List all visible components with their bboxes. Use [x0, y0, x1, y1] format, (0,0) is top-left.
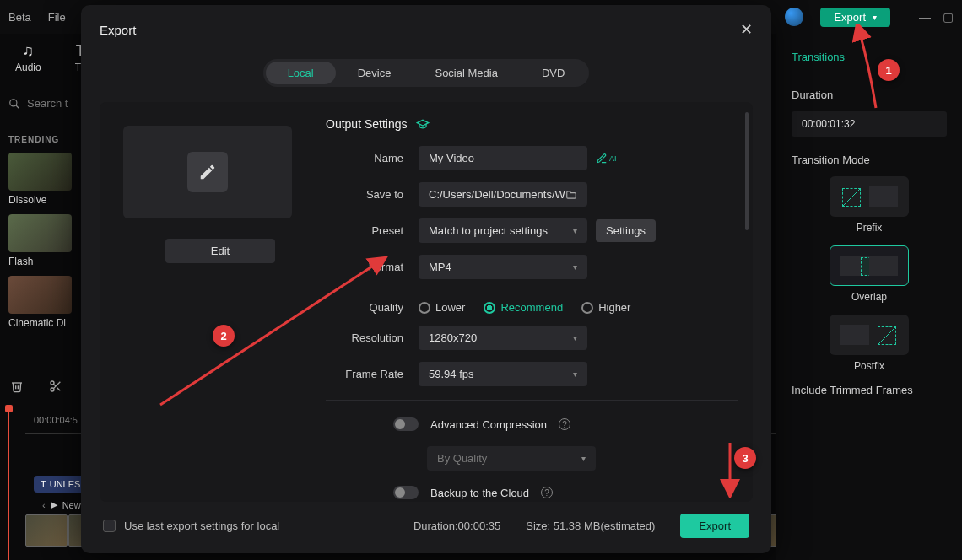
- thumbnail: [8, 153, 72, 191]
- svg-point-0: [10, 99, 17, 105]
- framerate-select[interactable]: 59.94 fps ▾: [419, 362, 587, 386]
- thumbnail: [8, 276, 72, 314]
- name-input[interactable]: [419, 146, 587, 170]
- quality-lower[interactable]: Lower: [419, 301, 465, 314]
- advanced-compression-label: Advanced Compression: [430, 418, 547, 431]
- preset-select[interactable]: Match to project settings ▾: [419, 218, 587, 243]
- scrollbar[interactable]: [745, 112, 749, 230]
- sidebar-item-flash[interactable]: Flash: [8, 214, 72, 267]
- mode-graphic-box: [869, 256, 898, 276]
- advanced-compression-toggle[interactable]: [393, 417, 419, 431]
- search-bar[interactable]: Search t: [0, 97, 80, 110]
- tab-social-media[interactable]: Social Media: [413, 62, 519, 84]
- graduation-cap-icon[interactable]: [416, 117, 430, 131]
- avatar[interactable]: [785, 8, 803, 26]
- format-select[interactable]: MP4 ▾: [419, 255, 587, 279]
- right-panel: Transitions Duration 00:00:01:32 Transit…: [776, 34, 962, 560]
- mode-overlap-label: Overlap: [792, 291, 947, 303]
- tab-device[interactable]: Device: [336, 62, 413, 84]
- modal-footer: Use last export settings for local Durat…: [100, 502, 753, 538]
- sidebar-heading: TRENDING: [8, 135, 72, 144]
- window-controls: — ▢: [919, 10, 954, 24]
- mode-prefix-label: Prefix: [792, 222, 947, 234]
- mode-prefix-graphic: [842, 188, 861, 207]
- svg-line-1: [16, 105, 19, 108]
- transitions-sidebar: TRENDING Dissolve Flash Cinematic Di: [0, 127, 80, 346]
- mode-postfix[interactable]: [830, 315, 909, 355]
- close-icon[interactable]: ✕: [740, 20, 753, 39]
- edit-button[interactable]: Edit: [165, 239, 275, 263]
- uselast-checkbox[interactable]: [103, 520, 116, 532]
- mode-graphic-box: [840, 325, 869, 345]
- edit-tools: [10, 380, 62, 393]
- menu-beta[interactable]: Beta: [8, 11, 31, 24]
- chevron-down-icon: ▾: [573, 262, 577, 272]
- saveto-label: Save to: [326, 188, 419, 201]
- tab-transitions[interactable]: Transitions: [792, 51, 845, 63]
- clip[interactable]: [25, 514, 68, 547]
- folder-icon[interactable]: [565, 189, 577, 201]
- annotation-badge-1: 1: [878, 59, 900, 81]
- search-placeholder: Search t: [27, 97, 68, 110]
- pencil-icon: [187, 152, 228, 192]
- tab-dvd[interactable]: DVD: [520, 62, 586, 84]
- text-icon: T: [41, 479, 46, 489]
- trash-icon[interactable]: [10, 380, 24, 393]
- export-dropdown-label: Export: [834, 11, 866, 24]
- scissors-icon[interactable]: [49, 380, 62, 393]
- quality-higher[interactable]: Higher: [581, 301, 630, 314]
- duration-input[interactable]: 00:00:01:32: [792, 111, 947, 137]
- framerate-label: Frame Rate: [326, 368, 419, 380]
- size-text: Size: 51.38 MB(estimated): [526, 520, 655, 532]
- timeline-chip[interactable]: T UNLES: [34, 476, 87, 493]
- info-icon[interactable]: ?: [559, 418, 570, 430]
- format-label: Format: [326, 261, 419, 273]
- svg-point-3: [51, 388, 54, 391]
- chevron-left-icon[interactable]: ‹: [42, 500, 46, 510]
- minimize-icon[interactable]: —: [919, 10, 931, 24]
- mode-overlap[interactable]: [830, 245, 909, 286]
- mode-postfix-label: Postfix: [792, 360, 947, 372]
- svg-line-6: [53, 384, 56, 386]
- quality-radio-group: Lower Recommend Higher: [419, 301, 630, 314]
- preview-thumbnail: [123, 126, 292, 218]
- chevron-down-icon: ▾: [873, 13, 877, 22]
- include-trimmed-frames[interactable]: Include Trimmed Frames: [792, 384, 947, 396]
- export-dropdown[interactable]: Export ▾: [820, 8, 890, 27]
- uselast-label: Use last export settings for local: [124, 520, 279, 532]
- svg-line-5: [57, 388, 61, 391]
- svg-point-2: [51, 381, 54, 385]
- backup-cloud-label: Backup to the Cloud: [430, 487, 529, 499]
- preview-column: Edit: [123, 117, 317, 487]
- playhead[interactable]: [8, 408, 9, 560]
- resolution-select[interactable]: 1280x720 ▾: [419, 326, 587, 350]
- sidebar-item-dissolve[interactable]: Dissolve: [8, 153, 72, 206]
- menu-file[interactable]: File: [48, 11, 66, 24]
- duration-text: Duration:00:00:35: [413, 520, 500, 532]
- play-icon[interactable]: ▶: [51, 499, 57, 510]
- output-settings-title: Output Settings: [326, 117, 738, 131]
- divider: [326, 400, 738, 401]
- modal-body: Edit Output Settings Name AI: [100, 102, 753, 502]
- mode-prefix[interactable]: [830, 176, 909, 217]
- thumbnail: [8, 214, 72, 252]
- duration-label: Duration: [792, 89, 947, 101]
- resolution-label: Resolution: [326, 331, 419, 344]
- settings-button[interactable]: Settings: [596, 219, 656, 242]
- byquality-select: By Quality ▾: [427, 446, 596, 471]
- timecode: 00:00:04:5: [34, 415, 78, 425]
- backup-cloud-toggle[interactable]: [393, 486, 419, 499]
- settings-column: Output Settings Name AI Save to: [317, 117, 738, 487]
- maximize-icon[interactable]: ▢: [943, 10, 954, 24]
- tab-local[interactable]: Local: [266, 62, 336, 84]
- search-icon: [8, 98, 20, 110]
- modal-title: Export: [100, 23, 136, 37]
- export-button[interactable]: Export: [680, 514, 749, 538]
- info-icon[interactable]: ?: [541, 487, 553, 498]
- sidebar-item-cinematic[interactable]: Cinematic Di: [8, 276, 72, 329]
- audio-tool[interactable]: ♫ Audio: [15, 42, 41, 73]
- ai-pencil-icon[interactable]: AI: [596, 153, 617, 164]
- quality-recommend[interactable]: Recommend: [484, 301, 563, 314]
- saveto-input[interactable]: C:/Users/Dell/Documents/Wo: [419, 182, 587, 207]
- music-note-icon: ♫: [15, 42, 41, 60]
